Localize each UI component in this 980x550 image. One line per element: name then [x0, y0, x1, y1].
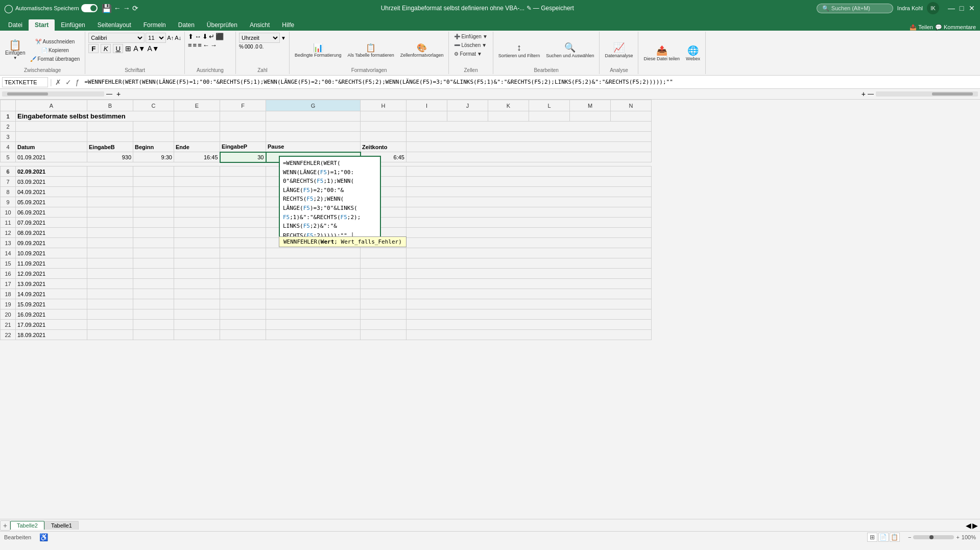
- cell-a10[interactable]: 06.09.2021: [16, 207, 87, 218]
- normal-view-btn[interactable]: ⊞: [867, 533, 877, 542]
- col-header-g[interactable]: G: [266, 100, 361, 111]
- col-header-c[interactable]: C: [133, 100, 174, 111]
- cell-g17[interactable]: [266, 279, 361, 289]
- cell-a1[interactable]: Eingabeformate selbst bestimmen: [16, 111, 174, 122]
- cell-b11[interactable]: [87, 218, 133, 228]
- formula-input[interactable]: [82, 79, 978, 85]
- cell-c22[interactable]: [133, 330, 174, 340]
- cell-b5[interactable]: 930: [87, 152, 133, 162]
- cell-f11[interactable]: [220, 218, 266, 228]
- cell-h20[interactable]: [361, 309, 407, 320]
- col-header-l[interactable]: L: [529, 100, 570, 111]
- cell-c5[interactable]: 9:30: [133, 152, 174, 162]
- cell-b22[interactable]: [87, 330, 133, 340]
- cell-c18[interactable]: [133, 289, 174, 299]
- cell-e14[interactable]: [174, 248, 220, 258]
- cell-g20[interactable]: [266, 309, 361, 320]
- cell-c13[interactable]: [133, 238, 174, 248]
- cell-ref-input[interactable]: [2, 77, 48, 87]
- scroll-right-btn[interactable]: —: [106, 90, 112, 98]
- cell-b6[interactable]: [87, 166, 133, 177]
- sheet-tab-tabelle2[interactable]: Tabelle2: [10, 521, 44, 530]
- col-header-k[interactable]: K: [488, 100, 529, 111]
- cell-a22[interactable]: 18.09.2021: [16, 330, 87, 340]
- cell-c16[interactable]: [133, 269, 174, 279]
- cell-c6[interactable]: [133, 166, 174, 177]
- cell-f14[interactable]: [220, 248, 266, 258]
- cell-e13[interactable]: [174, 238, 220, 248]
- scroll-sheet-right-btn[interactable]: ▶: [972, 521, 978, 530]
- data-analysis-btn[interactable]: 📈 Datenanalyse: [603, 41, 635, 59]
- align-middle-btn[interactable]: ↔: [195, 33, 201, 40]
- cell-c12[interactable]: [133, 228, 174, 238]
- expand-right-btn[interactable]: +: [116, 90, 121, 98]
- number-format-expand[interactable]: ▼: [281, 35, 286, 41]
- cell-b12[interactable]: [87, 228, 133, 238]
- col-header-f[interactable]: F: [220, 100, 266, 111]
- cell-a2[interactable]: [16, 122, 87, 132]
- cell-k1[interactable]: [488, 111, 529, 122]
- cell-a17[interactable]: 13.09.2021: [16, 279, 87, 289]
- cell-a16[interactable]: 12.09.2021: [16, 269, 87, 279]
- align-center-btn[interactable]: ≡: [193, 41, 197, 49]
- autosave-area[interactable]: ◯ Automatisches Speichern 💾 ← → ⟳: [4, 4, 138, 13]
- cell-h21[interactable]: [361, 320, 407, 330]
- font-name-select[interactable]: Calibri: [88, 33, 145, 43]
- cell-a5[interactable]: 01.09.2021: [16, 152, 87, 162]
- share-file-btn[interactable]: 📤 Diese Datei teilen: [641, 44, 682, 62]
- autosave-toggle[interactable]: [81, 4, 98, 12]
- col-header-j[interactable]: J: [447, 100, 488, 111]
- cell-e22[interactable]: [174, 330, 220, 340]
- font-color-btn[interactable]: A▼: [148, 44, 159, 53]
- cell-c2[interactable]: [133, 122, 174, 132]
- cell-c8[interactable]: [133, 187, 174, 197]
- page-layout-btn[interactable]: 📄: [878, 533, 889, 542]
- cell-e2[interactable]: [174, 122, 220, 132]
- font-decrease-btn[interactable]: A↓: [175, 35, 181, 41]
- cell-h2[interactable]: [361, 122, 407, 132]
- tab-seitenlayout[interactable]: Seitenlayout: [91, 19, 137, 31]
- cell-g18[interactable]: [266, 289, 361, 299]
- cell-f4[interactable]: EingabeP: [220, 142, 266, 152]
- align-left-btn[interactable]: ≡: [188, 41, 192, 49]
- col-header-i[interactable]: I: [407, 100, 447, 111]
- cell-f21[interactable]: [220, 320, 266, 330]
- tab-start[interactable]: Start: [29, 19, 55, 31]
- cell-a11[interactable]: 07.09.2021: [16, 218, 87, 228]
- cell-b16[interactable]: [87, 269, 133, 279]
- tab-hilfe[interactable]: Hilfe: [276, 19, 300, 31]
- find-select-btn[interactable]: 🔍 Suchen und Auswählen: [544, 41, 596, 59]
- cell-b2[interactable]: [87, 122, 133, 132]
- cell-a19[interactable]: 15.09.2021: [16, 299, 87, 309]
- cell-h22[interactable]: [361, 330, 407, 340]
- cell-f10[interactable]: [220, 207, 266, 218]
- merge-btn[interactable]: ⬛: [216, 33, 224, 40]
- teilen-btn[interactable]: 📤 Teilen: [910, 24, 933, 31]
- cell-g1[interactable]: [266, 111, 361, 122]
- cell-h4[interactable]: Zeitkonto: [361, 142, 407, 152]
- cell-f12[interactable]: [220, 228, 266, 238]
- tab-datei[interactable]: Datei: [2, 19, 29, 31]
- cell-h14[interactable]: [361, 248, 407, 258]
- scroll-sheet-left-btn[interactable]: ◀: [966, 521, 971, 530]
- cell-e9[interactable]: [174, 197, 220, 207]
- formula-cancel-icon[interactable]: ✗: [54, 78, 62, 86]
- cell-g15[interactable]: [266, 258, 361, 269]
- align-top-btn[interactable]: ⬆: [188, 33, 194, 40]
- maximize-btn[interactable]: □: [958, 4, 966, 12]
- font-increase-btn[interactable]: A↑: [167, 35, 174, 41]
- format-cells-btn[interactable]: ⚙Format▼: [452, 50, 484, 58]
- cell-g19[interactable]: [266, 299, 361, 309]
- cell-h19[interactable]: [361, 299, 407, 309]
- cell-f9[interactable]: [220, 197, 266, 207]
- cell-c17[interactable]: [133, 279, 174, 289]
- formula-insert-icon[interactable]: ƒ: [75, 78, 81, 86]
- cell-b4[interactable]: EingabeB: [87, 142, 133, 152]
- zoom-in-btn[interactable]: +: [956, 534, 959, 540]
- cell-c11[interactable]: [133, 218, 174, 228]
- cell-l1[interactable]: [529, 111, 570, 122]
- cell-f1[interactable]: [220, 111, 266, 122]
- number-format-select[interactable]: Uhrzeit: [239, 33, 280, 43]
- cell-a21[interactable]: 17.09.2021: [16, 320, 87, 330]
- cell-c15[interactable]: [133, 258, 174, 269]
